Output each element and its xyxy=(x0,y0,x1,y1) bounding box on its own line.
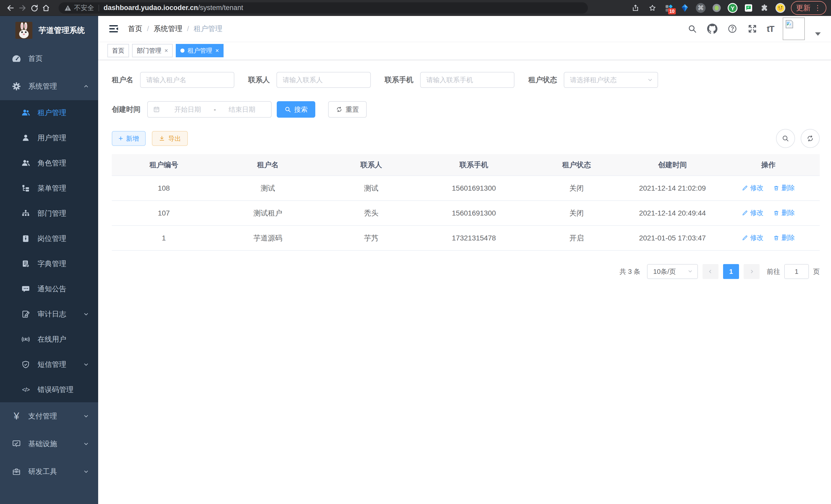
delete-button[interactable]: 删除 xyxy=(773,233,795,242)
col-tenant-id: 租户编号 xyxy=(112,154,216,176)
github-icon[interactable] xyxy=(707,23,718,34)
security-warning-icon[interactable] xyxy=(64,4,71,11)
browser-back-icon[interactable] xyxy=(5,2,17,14)
sidebar-item-tenant[interactable]: 租户管理 xyxy=(0,100,98,125)
sidebar-item-error-code[interactable]: </> 错误码管理 xyxy=(0,377,98,402)
next-page-button[interactable] xyxy=(744,264,760,279)
browser-update-button[interactable]: 更新 ⋮ xyxy=(791,1,826,15)
tenant-name-input[interactable] xyxy=(140,72,234,88)
sidebar-item-system[interactable]: 系统管理 xyxy=(0,72,98,100)
date-range-picker[interactable]: 开始日期 - 结束日期 xyxy=(147,101,271,118)
chevron-down-icon xyxy=(83,468,89,475)
table-row: 108 测试 测试 15601691300 关闭 2021-12-14 21:0… xyxy=(112,176,820,201)
extension-kite-icon[interactable] xyxy=(679,3,690,13)
goto-label: 前往 xyxy=(767,267,780,276)
extension-command-icon[interactable]: ⌘ xyxy=(695,3,706,13)
table-search-toggle-icon[interactable] xyxy=(776,129,795,148)
close-icon[interactable]: × xyxy=(165,47,168,54)
sidebar-item-pay[interactable]: ¥ 支付管理 xyxy=(0,402,98,430)
briefcase-icon xyxy=(11,466,22,477)
sidebar-item-audit-log[interactable]: 审计日志 xyxy=(0,302,98,327)
extension-kanban-icon[interactable]: 10 xyxy=(663,3,674,13)
sidebar-item-dept[interactable]: 部门管理 xyxy=(0,201,98,226)
sidebar-item-infra[interactable]: 基础设施 xyxy=(0,430,98,458)
end-date-placeholder: 结束日期 xyxy=(218,105,266,114)
tenant-name-label: 租户名 xyxy=(112,75,133,85)
table-refresh-icon[interactable] xyxy=(801,129,820,148)
system-submenu: 租户管理 用户管理 角色管理 菜单管理 xyxy=(0,100,98,402)
fullscreen-icon[interactable] xyxy=(747,23,758,34)
export-button[interactable]: 导出 xyxy=(152,131,188,146)
mobile-input[interactable] xyxy=(420,72,514,88)
avatar-caret-icon[interactable] xyxy=(815,32,821,36)
tag-dept[interactable]: 部门管理 × xyxy=(132,44,173,57)
pagination: 共 3 条 10条/页 1 前往 页 xyxy=(112,264,820,279)
browser-home-icon[interactable] xyxy=(40,2,52,14)
status-select[interactable]: 请选择租户状态 xyxy=(564,72,658,88)
sidebar-item-menu[interactable]: 菜单管理 xyxy=(0,176,98,201)
goto-page-input[interactable] xyxy=(784,264,809,279)
sidebar-item-dev-tools[interactable]: 研发工具 xyxy=(0,458,98,485)
status-value: 开启 xyxy=(525,226,628,250)
col-mobile: 联系手机 xyxy=(423,154,525,176)
extension-record-icon[interactable] xyxy=(711,3,722,13)
header-search-icon[interactable] xyxy=(687,23,698,34)
close-icon[interactable]: × xyxy=(215,47,219,54)
tags-view-bar: 首页 部门管理 × 租户管理 × xyxy=(98,41,831,60)
delete-button[interactable]: 删除 xyxy=(773,183,795,192)
breadcrumb-system[interactable]: 系统管理 xyxy=(154,24,182,34)
sidebar-item-user[interactable]: 用户管理 xyxy=(0,125,98,151)
extensions-puzzle-icon[interactable] xyxy=(759,3,770,13)
sidebar-item-home[interactable]: 首页 xyxy=(0,45,98,72)
search-icon xyxy=(284,106,291,113)
sidebar-item-role[interactable]: 角色管理 xyxy=(0,151,98,176)
font-size-icon[interactable]: tT xyxy=(767,24,774,34)
browser-reload-icon[interactable] xyxy=(28,2,40,14)
app-title: 芋道管理系统 xyxy=(38,25,85,36)
sidebar-toggle-icon[interactable] xyxy=(106,21,121,36)
chevron-down-icon xyxy=(83,361,89,368)
reset-button[interactable]: 重置 xyxy=(328,101,367,118)
top-navbar: 首页 / 系统管理 / 租户管理 tT xyxy=(98,16,831,41)
users-icon xyxy=(20,107,31,118)
contact-input[interactable] xyxy=(277,72,371,88)
status-value: 关闭 xyxy=(525,176,628,201)
profile-avatar-icon[interactable] xyxy=(775,3,786,13)
table-row: 107 测试租户 秃头 15601691300 关闭 2021-12-14 20… xyxy=(112,201,820,226)
chevron-down-icon xyxy=(687,268,694,275)
help-icon[interactable] xyxy=(727,23,738,34)
search-button[interactable]: 搜索 xyxy=(277,101,315,118)
tag-tenant[interactable]: 租户管理 × xyxy=(176,44,224,57)
edit-button[interactable]: 修改 xyxy=(742,183,764,192)
sidebar-item-dict[interactable]: 字典管理 xyxy=(0,251,98,276)
url-host: dashboard.yudao.iocoder.cn xyxy=(104,4,198,12)
edit-button[interactable]: 修改 xyxy=(742,208,764,217)
edit-button[interactable]: 修改 xyxy=(742,233,764,242)
status-label: 租户状态 xyxy=(528,75,557,85)
breadcrumb: 首页 / 系统管理 / 租户管理 xyxy=(128,24,223,34)
current-page-button[interactable]: 1 xyxy=(723,264,739,279)
sidebar-item-notice[interactable]: 通知公告 xyxy=(0,276,98,302)
delete-button[interactable]: 删除 xyxy=(773,208,795,217)
add-button[interactable]: + 新增 xyxy=(112,131,146,146)
bookmark-star-icon[interactable] xyxy=(647,2,658,14)
extension-y-icon[interactable]: Y xyxy=(727,3,738,13)
page-size-select[interactable]: 10条/页 xyxy=(647,264,698,279)
address-bar[interactable]: 不安全 dashboard.yudao.iocoder.cn /system/t… xyxy=(59,2,588,13)
dashboard-icon xyxy=(11,53,22,64)
tag-home[interactable]: 首页 xyxy=(107,44,129,57)
prev-page-button[interactable] xyxy=(703,264,718,279)
breadcrumb-home[interactable]: 首页 xyxy=(128,24,142,34)
browser-menu-dots-icon[interactable]: ⋮ xyxy=(814,4,821,12)
browser-forward-icon[interactable] xyxy=(17,2,28,14)
avatar[interactable] xyxy=(783,18,805,40)
app-logo[interactable]: 芋道管理系统 xyxy=(0,16,98,45)
org-chart-icon xyxy=(20,208,31,219)
logo-rabbit-image xyxy=(16,22,32,39)
share-icon[interactable] xyxy=(630,2,641,14)
sidebar-item-online-users[interactable]: 在线用户 xyxy=(0,327,98,352)
sidebar-item-post[interactable]: 岗位管理 xyxy=(0,226,98,251)
url-path: /system/tenant xyxy=(198,4,243,12)
sidebar-item-sms[interactable]: 短信管理 xyxy=(0,352,98,377)
extension-chat-icon[interactable] xyxy=(743,3,754,13)
